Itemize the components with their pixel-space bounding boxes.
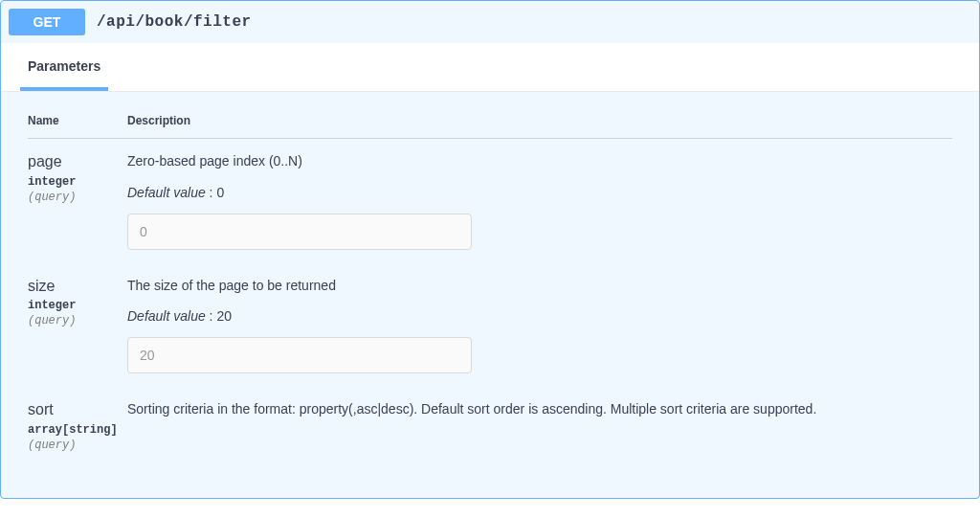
parameters-table-header: Name Description: [28, 111, 952, 139]
parameter-row: page integer (query) Zero-based page ind…: [28, 152, 952, 250]
parameter-default: Default value : 0: [127, 185, 952, 200]
parameter-row: sort array[string] (query) Sorting crite…: [28, 400, 952, 452]
parameter-in: (query): [28, 314, 127, 327]
column-header-name: Name: [28, 114, 59, 127]
parameter-name: sort: [28, 400, 127, 420]
column-header-description: Description: [127, 114, 190, 127]
default-value-label: Default value: [127, 308, 206, 324]
tabs-container: Parameters: [1, 43, 979, 92]
parameter-input-size[interactable]: [127, 337, 472, 373]
operation-summary[interactable]: GET /api/book/filter: [1, 1, 979, 43]
default-value-colon: :: [206, 185, 217, 200]
parameter-type: integer: [28, 175, 127, 189]
parameter-type: integer: [28, 299, 127, 312]
parameter-name: page: [28, 152, 127, 172]
operation-block: GET /api/book/filter Parameters Name Des…: [0, 0, 980, 499]
default-value-label: Default value: [127, 185, 206, 200]
endpoint-path: /api/book/filter: [97, 13, 252, 31]
parameter-input-page[interactable]: [127, 214, 472, 250]
parameter-type: array[string]: [28, 423, 127, 437]
parameter-in: (query): [28, 191, 127, 204]
parameter-description: The size of the page to be returned: [127, 277, 952, 296]
tab-parameters[interactable]: Parameters: [20, 43, 108, 91]
parameter-row: size integer (query) The size of the pag…: [28, 277, 952, 374]
parameters-section: Name Description page integer (query) Ze…: [1, 92, 979, 498]
parameter-default: Default value : 20: [127, 308, 952, 324]
parameter-description: Sorting criteria in the format: property…: [127, 400, 952, 419]
default-value-value: 20: [216, 308, 232, 324]
http-method-badge: GET: [9, 9, 85, 35]
parameter-description: Zero-based page index (0..N): [127, 152, 952, 171]
parameter-name: size: [28, 277, 127, 297]
default-value-value: 0: [216, 185, 224, 200]
default-value-colon: :: [206, 308, 217, 324]
parameter-in: (query): [28, 439, 127, 452]
